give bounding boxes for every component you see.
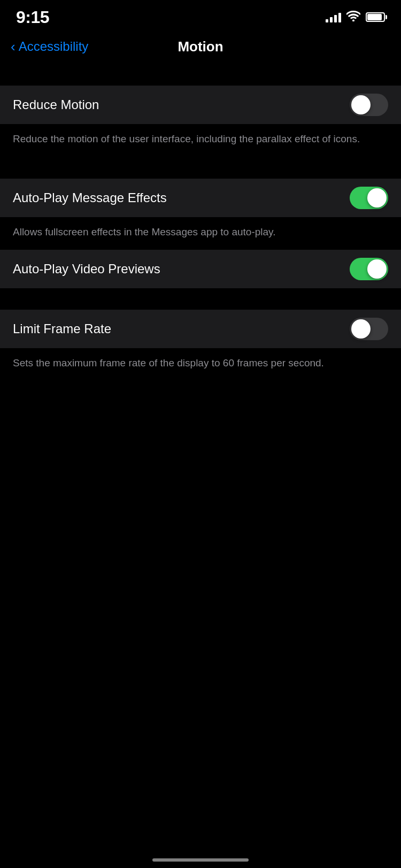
reduce-motion-toggle-thumb — [351, 95, 371, 114]
signal-bar-3 — [334, 15, 337, 22]
reduce-motion-toggle[interactable] — [350, 94, 388, 116]
status-time: 9:15 — [16, 7, 49, 27]
wifi-icon — [346, 11, 360, 24]
battery-icon — [366, 12, 385, 22]
autoplay-message-label: Auto-Play Message Effects — [13, 181, 350, 215]
autoplay-message-description: Allows fullscreen effects in the Message… — [0, 217, 401, 250]
limit-framerate-row: Limit Frame Rate — [0, 310, 401, 348]
reduce-motion-section: Reduce Motion — [0, 86, 401, 124]
limit-framerate-toggle[interactable] — [350, 318, 388, 340]
nav-bar: ‹ Accessibility Motion — [0, 32, 401, 64]
section-gap-2 — [0, 157, 401, 179]
status-bar: 9:15 — [0, 0, 401, 32]
signal-bars-icon — [326, 12, 341, 22]
battery-fill — [367, 14, 382, 20]
section-gap-3 — [0, 288, 401, 310]
autoplay-video-row: Auto-Play Video Previews — [0, 250, 401, 288]
nav-title: Motion — [178, 39, 223, 55]
reduce-motion-row: Reduce Motion — [0, 86, 401, 124]
autoplay-video-toggle[interactable] — [350, 258, 388, 280]
autoplay-message-toggle-thumb — [367, 188, 387, 208]
reduce-motion-description: Reduce the motion of the user interface,… — [0, 124, 401, 157]
signal-bar-4 — [338, 13, 341, 22]
limit-framerate-description-text: Sets the maximum frame rate of the displ… — [13, 357, 324, 368]
autoplay-message-description-text: Allows fullscreen effects in the Message… — [13, 226, 275, 237]
section-gap-1 — [0, 64, 401, 86]
signal-bar-1 — [326, 19, 328, 22]
back-chevron-icon: ‹ — [11, 40, 16, 53]
limit-framerate-label: Limit Frame Rate — [13, 312, 350, 346]
reduce-motion-label: Reduce Motion — [13, 88, 350, 122]
autoplay-video-section: Auto-Play Video Previews — [0, 250, 401, 288]
framerate-section: Limit Frame Rate — [0, 310, 401, 348]
signal-bar-2 — [330, 17, 333, 22]
home-indicator — [152, 858, 249, 862]
back-label: Accessibility — [19, 39, 89, 54]
limit-framerate-description: Sets the maximum frame rate of the displ… — [0, 348, 401, 381]
autoplay-video-label: Auto-Play Video Previews — [13, 252, 350, 286]
limit-framerate-toggle-thumb — [351, 319, 371, 339]
status-icons — [326, 11, 385, 24]
back-button[interactable]: ‹ Accessibility — [11, 39, 88, 54]
autoplay-video-toggle-thumb — [367, 259, 387, 279]
reduce-motion-description-text: Reduce the motion of the user interface,… — [13, 133, 360, 144]
autoplay-message-toggle[interactable] — [350, 187, 388, 209]
autoplay-section: Auto-Play Message Effects — [0, 179, 401, 217]
autoplay-message-row: Auto-Play Message Effects — [0, 179, 401, 217]
